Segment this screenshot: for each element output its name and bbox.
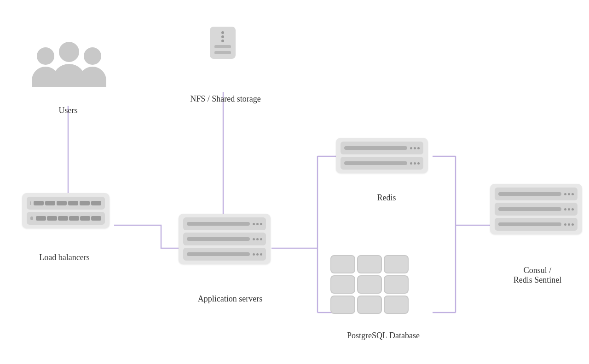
consul-server-3 bbox=[495, 218, 577, 231]
person-front-icon bbox=[52, 42, 86, 87]
pg-node-6 bbox=[384, 275, 409, 294]
pg-node-8 bbox=[357, 296, 382, 314]
app-server-3 bbox=[183, 248, 266, 261]
redis-server-2 bbox=[341, 157, 423, 170]
users-icon bbox=[9, 28, 129, 101]
nfs-storage-icon bbox=[210, 27, 236, 59]
pg-node-3 bbox=[384, 255, 409, 273]
postgresql-group bbox=[330, 255, 409, 314]
consul-server-1 bbox=[495, 188, 577, 200]
users-label: Users bbox=[22, 106, 114, 115]
diagram-container: Users NFS / Shared storage bbox=[0, 0, 589, 364]
postgresql-label: PostgreSQL Database bbox=[326, 331, 441, 341]
pg-node-4 bbox=[330, 275, 355, 294]
app-server-1 bbox=[183, 217, 266, 230]
pg-node-9 bbox=[384, 296, 409, 314]
load-balancers-label: Load balancers bbox=[14, 253, 115, 262]
redis-label: Redis bbox=[341, 193, 433, 203]
pg-node-5 bbox=[357, 275, 382, 294]
consul-label: Consul / Redis Sentinel bbox=[491, 266, 583, 285]
pg-node-1 bbox=[330, 255, 355, 273]
app-server-2 bbox=[183, 233, 266, 245]
redis-server-1 bbox=[341, 142, 423, 154]
app-servers-group bbox=[179, 214, 271, 264]
app-servers-label: Application servers bbox=[179, 294, 281, 304]
pg-node-7 bbox=[330, 296, 355, 314]
pg-node-2 bbox=[357, 255, 382, 273]
lb-server-2 bbox=[27, 212, 105, 225]
consul-server-2 bbox=[495, 203, 577, 216]
lb-server-1 bbox=[27, 197, 105, 210]
consul-group bbox=[490, 184, 582, 234]
load-balancers-group bbox=[22, 193, 110, 228]
nfs-label: NFS / Shared storage bbox=[179, 94, 271, 104]
redis-group bbox=[336, 138, 428, 173]
